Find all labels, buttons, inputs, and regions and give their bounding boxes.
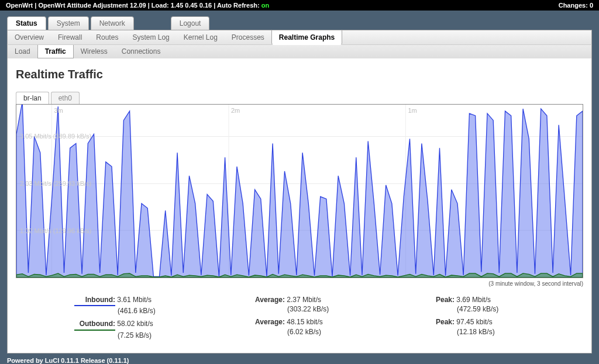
changes-label: Changes: — [559, 2, 588, 9]
traffic-chart: 1.02 Mbit/s (129.96 kB/s)2.03 Mbit/s (25… — [16, 104, 583, 278]
autorefresh-label: Auto Refresh: — [217, 2, 260, 9]
inbound-avg-sub: (303.22 kB/s) — [244, 304, 414, 314]
hostname: OpenWrt — [6, 2, 33, 9]
main-tab-status[interactable]: Status — [7, 16, 46, 30]
ter-tab-wireless[interactable]: Wireless — [74, 45, 115, 58]
sub-tab-firewall[interactable]: Firewall — [51, 30, 89, 44]
main-tab-system[interactable]: System — [48, 16, 89, 30]
sub-tab-kernlog[interactable]: Kernel Log — [177, 30, 225, 44]
outbound-current: 58.02 kbit/s — [117, 320, 153, 328]
outbound-label: Outbound: — [74, 319, 115, 330]
sub-tabs: OverviewFirewallRoutesSystem LogKernel L… — [7, 30, 592, 45]
changes-count[interactable]: 0 — [590, 2, 593, 9]
outbound-avg-label: Average: — [244, 317, 285, 327]
inbound-label: Inbound: — [74, 295, 115, 306]
sub-tab-overview[interactable]: Overview — [8, 30, 51, 44]
load-values: 1.45 0.45 0.16 — [171, 2, 212, 9]
tertiary-tabs: LoadTrafficWirelessConnections — [7, 45, 592, 58]
inbound-avg: 2.37 Mbit/s — [287, 296, 321, 304]
page-title: Realtime Traffic — [16, 68, 583, 81]
ter-tab-connections[interactable]: Connections — [115, 45, 168, 58]
sub-tab-syslog[interactable]: System Log — [125, 30, 176, 44]
inbound-avg-label: Average: — [244, 295, 285, 304]
outbound-current-sub: (7.25 kB/s) — [74, 331, 244, 340]
inbound-current-sub: (461.6 kB/s) — [74, 306, 244, 316]
y-tick-label: 2.03 Mbit/s (259.93 kB/s) — [20, 180, 91, 187]
footer: Powered by LuCI 0.11.1 Release (0.11.1) — [0, 353, 599, 364]
topbar: OpenWrt | OpenWrt Attitude Adjustment 12… — [0, 0, 599, 11]
autorefresh-state[interactable]: on — [261, 2, 269, 9]
sub-tab-routes[interactable]: Routes — [89, 30, 125, 44]
main-tab-logout[interactable]: Logout — [171, 16, 210, 30]
outbound-peak: 97.45 kbit/s — [456, 318, 492, 326]
chart-caption: (3 minute window, 3 second interval) — [16, 280, 583, 287]
y-tick-label: 3.05 Mbit/s (389.89 kB/s) — [20, 133, 91, 140]
ter-tab-load[interactable]: Load — [8, 45, 37, 58]
outbound-avg: 48.15 kbit/s — [287, 318, 322, 326]
outbound-avg-sub: (6.02 kB/s) — [244, 327, 414, 337]
y-tick-label: 1.02 Mbit/s (129.96 kB/s) — [20, 227, 91, 234]
inbound-peak-sub: (472.59 kB/s) — [414, 304, 583, 314]
sub-tab-processes[interactable]: Processes — [225, 30, 271, 44]
content-panel: Realtime Traffic br-laneth0 1.02 Mbit/s … — [7, 58, 592, 353]
firmware-version: OpenWrt Attitude Adjustment 12.09 — [38, 2, 146, 9]
stats-table: Inbound: 3.61 Mbit/s (461.6 kB/s) Outbou… — [16, 295, 583, 344]
x-tick-label: 2m — [231, 107, 240, 114]
outbound-peak-label: Peak: — [414, 317, 455, 327]
x-tick-label: 3m — [54, 107, 63, 114]
sub-tab-rtgraphs[interactable]: Realtime Graphs — [271, 30, 342, 45]
inbound-peak-label: Peak: — [414, 295, 455, 304]
iface-tab-brlan[interactable]: br-lan — [16, 92, 49, 104]
interface-tabs: br-laneth0 — [16, 92, 583, 104]
main-tab-network[interactable]: Network — [91, 16, 134, 30]
iface-tab-eth0[interactable]: eth0 — [51, 92, 80, 104]
load-label: Load: — [152, 2, 169, 9]
main-tabs: StatusSystemNetworkLogout — [7, 16, 592, 30]
outbound-peak-sub: (12.18 kB/s) — [414, 327, 583, 337]
ter-tab-traffic[interactable]: Traffic — [37, 45, 74, 58]
x-tick-label: 1m — [408, 107, 417, 114]
inbound-current: 3.61 Mbit/s — [117, 296, 152, 304]
inbound-peak: 3.69 Mbit/s — [456, 296, 491, 304]
